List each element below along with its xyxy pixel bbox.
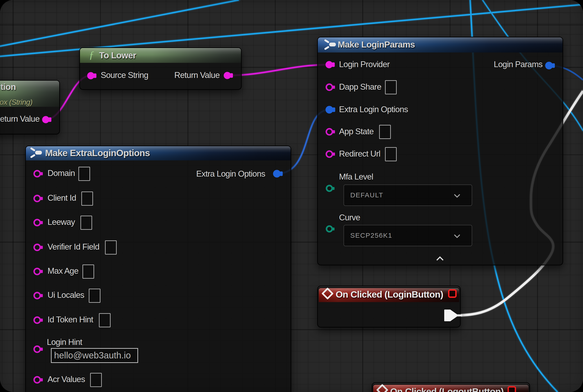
svg-text:ƒ: ƒ bbox=[89, 49, 94, 60]
